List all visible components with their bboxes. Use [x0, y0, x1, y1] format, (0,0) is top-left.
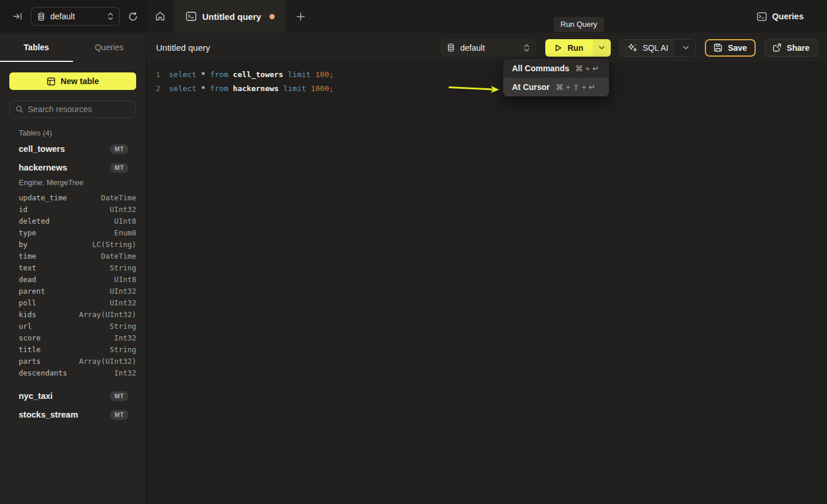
top-bar: default Untitled query	[0, 0, 827, 33]
code-text: select * from hackernews limit 1000;	[169, 82, 334, 96]
run-label: Run	[568, 43, 583, 53]
save-button[interactable]: Save	[705, 39, 756, 57]
annotation-arrow	[446, 82, 501, 97]
home-button[interactable]	[146, 0, 174, 33]
table-row[interactable]: hackernewsMT	[0, 158, 146, 177]
table-name: hackernews	[19, 163, 67, 172]
column-type: Int32	[114, 369, 136, 377]
column-name: descendants	[19, 369, 67, 377]
queries-button[interactable]: Queries	[757, 12, 804, 21]
column-type: Array(UInt32)	[79, 310, 136, 319]
column-type: UInt8	[114, 275, 136, 284]
database-icon	[447, 43, 455, 52]
menu-item-shortcut: ⌘+⇧+↵	[556, 82, 596, 92]
engine-badge: MT	[110, 163, 129, 173]
share-label: Share	[787, 43, 809, 53]
table-row[interactable]: cell_towersMT	[0, 140, 146, 158]
search-box[interactable]	[9, 100, 136, 118]
column-row: byLC(String)	[0, 238, 146, 250]
engine-badge: MT	[110, 391, 129, 401]
column-name: id	[19, 205, 27, 214]
run-query-tooltip: Run Query	[553, 17, 604, 32]
database-selector-value: default	[50, 12, 102, 21]
column-row: deletedUInt8	[0, 215, 146, 227]
search-icon	[16, 105, 23, 113]
toolbar-database-value: default	[461, 43, 518, 53]
new-tab-button[interactable]	[286, 0, 316, 33]
editor-header: Untitled query default	[146, 33, 827, 63]
unsaved-indicator-dot	[269, 14, 275, 19]
line-number: 1	[146, 68, 160, 82]
chevron-down-icon	[683, 46, 689, 50]
run-split-button: Run	[545, 39, 611, 57]
column-row: descendantsInt32	[0, 367, 146, 378]
column-name: text	[19, 263, 36, 272]
tables-list: cell_towersMThackernewsMTEngine: MergeTr…	[0, 140, 146, 424]
column-type: Int32	[114, 333, 136, 342]
share-icon	[773, 43, 781, 52]
sidebar-tab-tables[interactable]: Tables	[0, 33, 73, 62]
column-row: parentUInt32	[0, 285, 146, 297]
column-row: scoreInt32	[0, 332, 146, 343]
table-icon	[47, 77, 56, 86]
sql-ai-split-button: SQL AI	[620, 39, 697, 57]
new-table-button[interactable]: New table	[9, 72, 136, 90]
column-name: title	[19, 345, 41, 354]
column-row: textString	[0, 262, 146, 273]
run-button[interactable]: Run	[545, 39, 593, 57]
sql-ai-button[interactable]: SQL AI	[620, 40, 676, 56]
tab-strip: Untitled query	[146, 0, 757, 33]
collapse-sidebar-icon[interactable]	[13, 12, 23, 21]
column-name: time	[19, 252, 36, 260]
column-type: DateTime	[101, 193, 136, 202]
column-type: String	[110, 322, 136, 331]
terminal-icon	[186, 12, 196, 21]
tab-label: Untitled query	[202, 12, 261, 22]
column-name: deleted	[19, 217, 50, 225]
top-bar-right: Queries	[757, 0, 827, 33]
columns-list: update_timeDateTimeidUInt32deletedUInt8t…	[0, 192, 146, 387]
column-type: UInt32	[110, 287, 136, 296]
column-type: UInt8	[114, 217, 136, 225]
tables-section-label: Tables (4)	[19, 128, 146, 137]
share-button[interactable]: Share	[764, 39, 818, 57]
tab-untitled-query[interactable]: Untitled query	[174, 0, 286, 33]
table-name: stocks_stream	[19, 410, 78, 419]
refresh-icon[interactable]	[128, 12, 138, 22]
column-row: deadUInt8	[0, 273, 146, 285]
active-tab-underline	[0, 61, 73, 62]
column-row: titleString	[0, 343, 146, 355]
sidebar-tabs: Tables Queries	[0, 33, 146, 62]
engine-badge: MT	[110, 410, 129, 420]
column-name: update_time	[19, 193, 67, 202]
sidebar-tab-queries[interactable]: Queries	[73, 33, 146, 62]
table-row[interactable]: stocks_streamMT	[0, 405, 146, 424]
table-row[interactable]: nyc_taxiMT	[0, 387, 146, 405]
queries-terminal-icon	[757, 12, 767, 21]
menu-item-shortcut: ⌘+↵	[575, 64, 599, 73]
menu-item-all-commands[interactable]: All Commands⌘+↵	[503, 59, 609, 78]
sql-ai-options-button[interactable]	[676, 40, 695, 56]
sidebar: Tables Queries New table Tables (4) cell…	[0, 33, 146, 504]
save-icon	[714, 43, 722, 52]
sql-ai-label: SQL AI	[643, 43, 669, 53]
column-name: dead	[19, 275, 36, 284]
table-name: cell_towers	[19, 144, 65, 154]
column-row: timeDateTime	[0, 250, 146, 262]
column-row: typeEnum8	[0, 227, 146, 238]
line-number: 2	[146, 82, 160, 96]
run-options-button[interactable]	[593, 39, 611, 57]
search-input[interactable]	[28, 105, 130, 114]
menu-item-label: At Cursor	[512, 82, 550, 92]
main-panel: Untitled query default	[146, 33, 827, 504]
toolbar-database-selector[interactable]: default	[440, 39, 537, 57]
database-selector[interactable]: default	[31, 7, 120, 26]
run-options-menu: All Commands⌘+↵At Cursor⌘+⇧+↵	[503, 59, 609, 96]
menu-item-at-cursor[interactable]: At Cursor⌘+⇧+↵	[503, 78, 609, 96]
column-row: urlString	[0, 320, 146, 332]
column-name: poll	[19, 298, 36, 307]
column-type: String	[110, 345, 136, 354]
column-name: by	[19, 240, 27, 249]
column-row: update_timeDateTime	[0, 192, 146, 203]
column-type: Array(UInt32)	[79, 357, 136, 366]
